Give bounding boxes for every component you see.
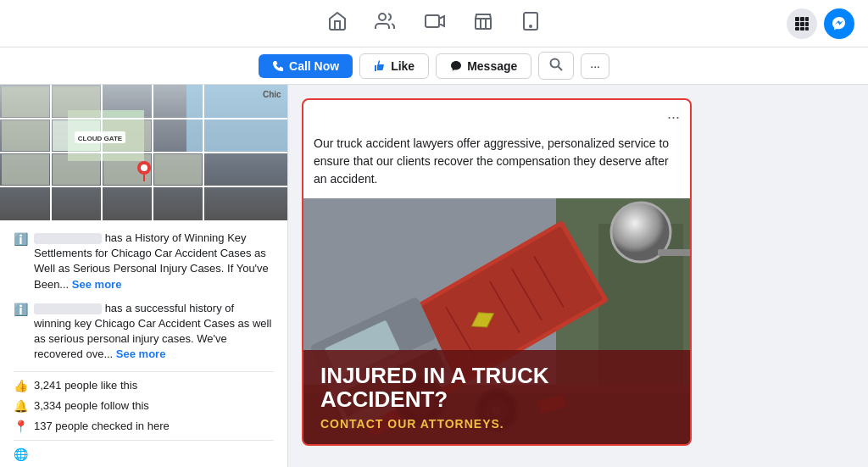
svg-rect-12: [800, 22, 804, 26]
globe-icon: 🌐: [14, 448, 27, 461]
svg-rect-13: [805, 22, 809, 26]
see-more-1[interactable]: See more: [72, 278, 122, 291]
nav-icons: [81, 11, 787, 36]
post-text: Our truck accident lawyers offer aggress…: [303, 135, 690, 198]
friends-icon[interactable]: [375, 11, 397, 36]
svg-text:CLOUD GATE: CLOUD GATE: [78, 135, 123, 142]
more-options-button[interactable]: ···: [581, 53, 609, 79]
info-icon-1: ℹ️: [14, 231, 27, 248]
svg-point-17: [551, 59, 559, 68]
svg-rect-11: [795, 22, 799, 26]
post-more-button[interactable]: ···: [667, 108, 680, 126]
post-overlay: INJURED IN A TRUCK ACCIDENT? CONTACT OUR…: [303, 350, 690, 444]
info-text-1: has a History of Winning Key Settlements…: [34, 231, 274, 292]
overlay-subtitle: CONTACT OUR ATTORNEYS.: [320, 417, 673, 431]
stat-followers: 🔔 3,334 people follow this: [14, 399, 274, 413]
post-image: INJURED IN A TRUCK ACCIDENT? CONTACT OUR…: [303, 198, 690, 444]
blurred-name-1: [34, 233, 102, 244]
stat-likes: 👍 3,241 people like this: [14, 379, 274, 392]
svg-line-18: [559, 67, 563, 71]
call-now-label: Call Now: [289, 59, 339, 73]
website-item: 🌐: [14, 448, 274, 461]
see-more-2[interactable]: See more: [116, 347, 166, 360]
followers-text: 3,334 people follow this: [34, 399, 149, 412]
like-button[interactable]: Like: [359, 53, 429, 79]
message-label: Message: [467, 59, 517, 73]
overlay-title: INJURED IN A TRUCK ACCIDENT?: [320, 364, 673, 412]
nav-right-icons: [787, 8, 854, 39]
svg-rect-16: [805, 27, 809, 31]
search-icon: [549, 60, 563, 74]
svg-rect-30: [2, 120, 49, 151]
home-icon[interactable]: [327, 11, 348, 36]
messenger-button[interactable]: [824, 8, 854, 39]
svg-rect-29: [53, 86, 100, 117]
like-label: Like: [391, 59, 415, 73]
followers-icon: 🔔: [14, 399, 27, 413]
search-button[interactable]: [538, 52, 574, 80]
svg-rect-8: [795, 17, 799, 21]
video-icon[interactable]: [424, 11, 446, 36]
post-card: ··· Our truck accident lawyers offer agg…: [302, 98, 692, 446]
action-bar: Call Now Like Message ···: [0, 47, 868, 85]
svg-rect-34: [53, 154, 100, 185]
stat-checkins: 📍 137 people checked in here: [14, 420, 274, 433]
truck-accident-image: INJURED IN A TRUCK ACCIDENT? CONTACT OUR…: [303, 198, 690, 444]
svg-rect-15: [800, 27, 804, 31]
svg-rect-33: [2, 154, 49, 185]
svg-point-41: [141, 164, 147, 171]
blurred-name-2: [34, 303, 102, 314]
svg-rect-9: [800, 17, 804, 21]
info-item-1: ℹ️ has a History of Winning Key Settleme…: [14, 231, 274, 292]
svg-rect-68: [658, 249, 690, 256]
svg-rect-36: [154, 154, 202, 185]
call-now-button[interactable]: Call Now: [259, 54, 353, 78]
checkins-text: 137 people checked in here: [34, 420, 170, 432]
main-content: CLOUD GATE Chic ℹ️ has a History of Winn…: [0, 85, 868, 467]
message-button[interactable]: Message: [436, 53, 531, 79]
svg-marker-2: [439, 16, 444, 26]
likes-icon: 👍: [14, 379, 27, 392]
sidebar-info: ℹ️ has a History of Winning Key Settleme…: [0, 220, 287, 467]
divider-2: [14, 440, 274, 441]
svg-point-0: [379, 14, 386, 20]
checkins-icon: 📍: [14, 420, 27, 433]
map-area[interactable]: CLOUD GATE Chic: [0, 85, 287, 220]
info-item-2: ℹ️ has a successful history of winning k…: [14, 301, 274, 363]
left-sidebar: CLOUD GATE Chic ℹ️ has a History of Winn…: [0, 85, 288, 467]
right-content: ··· Our truck accident lawyers offer agg…: [288, 85, 868, 467]
store-icon[interactable]: [473, 11, 493, 36]
svg-rect-28: [2, 86, 49, 117]
divider-1: [14, 371, 274, 372]
post-header: ···: [303, 100, 690, 135]
top-navigation: [0, 0, 868, 47]
svg-text:Chic: Chic: [263, 90, 281, 99]
more-dots-icon: ···: [590, 59, 600, 73]
tablet-icon[interactable]: [520, 11, 541, 36]
svg-point-7: [530, 25, 531, 27]
svg-rect-14: [795, 27, 799, 31]
svg-rect-1: [426, 15, 439, 27]
info-icon-2: ℹ️: [14, 302, 27, 319]
likes-text: 3,241 people like this: [34, 379, 137, 392]
info-text-2: has a successful history of winning key …: [34, 301, 274, 363]
svg-rect-10: [805, 17, 809, 21]
grid-menu-button[interactable]: [787, 8, 817, 39]
